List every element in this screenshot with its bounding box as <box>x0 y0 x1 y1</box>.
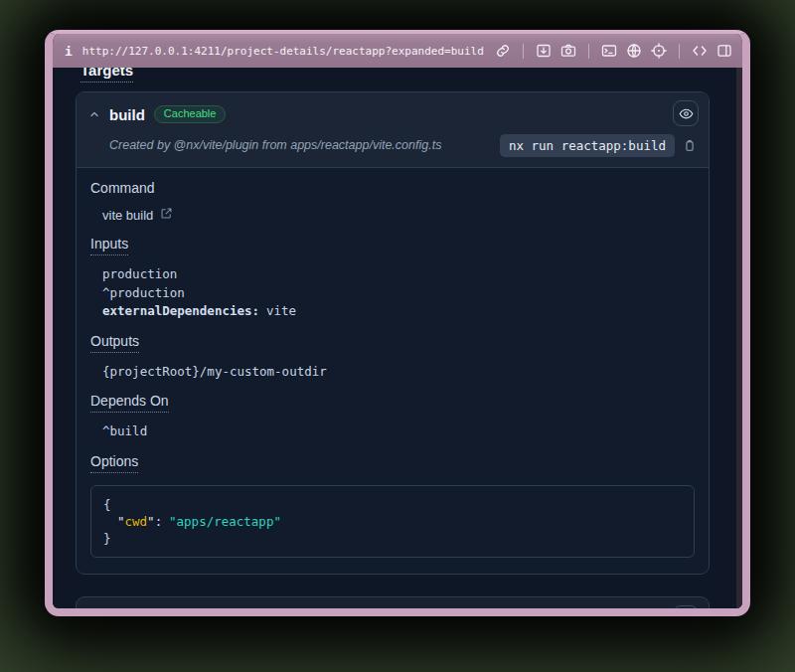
command-heading: Command <box>90 180 155 196</box>
copy-icon[interactable] <box>683 138 697 153</box>
link-icon[interactable] <box>495 43 511 59</box>
created-by-note: Created by @nx/vite/plugin from apps/rea… <box>109 138 500 152</box>
url-text[interactable]: http://127.0.0.1:4211/project-details/re… <box>82 45 484 58</box>
json-cwd-line: "cwd":"apps/reactapp" <box>103 513 682 530</box>
json-open-brace: { <box>103 496 682 513</box>
desktop-background: i http://127.0.0.1:4211/project-details/… <box>0 0 795 672</box>
crosshair-icon[interactable] <box>651 43 667 59</box>
browser-toolbar: i http://127.0.0.1:4211/project-details/… <box>53 34 742 68</box>
json-key-cwd: cwd <box>125 514 148 529</box>
target-name: build <box>109 106 145 123</box>
inputs-heading[interactable]: Inputs <box>90 236 128 255</box>
toolbar-divider <box>588 44 589 59</box>
globe-icon[interactable] <box>626 43 642 59</box>
toolbar-divider <box>523 44 524 59</box>
target-card-serve[interactable]: serve vite serve <box>76 596 710 609</box>
page-content: Targets build Cacheable <box>53 68 742 608</box>
page-title: Targets <box>80 68 133 83</box>
target-card-build: build Cacheable Created by @nx/vite/plug… <box>76 91 710 575</box>
input-item: ^production <box>102 284 695 303</box>
scrollbar-track[interactable] <box>736 68 742 608</box>
split-panel-icon[interactable] <box>716 43 732 59</box>
toolbar-divider <box>679 44 680 59</box>
depends-on-item: ^build <box>102 422 695 441</box>
input-item: production <box>102 265 695 284</box>
run-command-chip[interactable]: nx run reactapp:build <box>500 134 675 157</box>
terminal-icon[interactable] <box>601 43 617 59</box>
eye-button[interactable] <box>673 100 699 126</box>
cacheable-badge: Cacheable <box>154 105 227 123</box>
json-value-cwd: "apps/reactapp" <box>169 514 281 529</box>
browser-window: i http://127.0.0.1:4211/project-details/… <box>45 30 750 616</box>
build-card-body: Command vite build Inputs production <box>77 180 709 574</box>
output-item: {projectRoot}/my-custom-outdir <box>102 363 695 382</box>
input-external-key: externalDependencies: <box>102 303 259 318</box>
command-value: vite build <box>102 208 153 223</box>
options-json-block: { "cwd":"apps/reactapp" } <box>90 485 695 558</box>
eye-button[interactable] <box>673 605 699 609</box>
inputs-list: production ^production externalDependenc… <box>90 265 695 321</box>
input-external-value: vite <box>266 303 296 318</box>
input-item: externalDependencies:vite <box>102 302 695 321</box>
code-icon[interactable] <box>692 43 708 59</box>
chevron-up-icon[interactable] <box>88 108 100 120</box>
outputs-heading[interactable]: Outputs <box>90 333 139 353</box>
download-icon[interactable] <box>536 43 552 59</box>
options-heading[interactable]: Options <box>90 453 138 473</box>
camera-icon[interactable] <box>560 43 576 59</box>
toolbar-actions <box>495 43 732 59</box>
external-link-icon[interactable] <box>160 207 173 223</box>
build-card-header[interactable]: build Cacheable Created by @nx/vite/plug… <box>77 92 709 168</box>
json-close-brace: } <box>103 530 682 547</box>
info-icon: i <box>65 44 73 59</box>
depends-on-heading[interactable]: Depends On <box>90 393 169 413</box>
